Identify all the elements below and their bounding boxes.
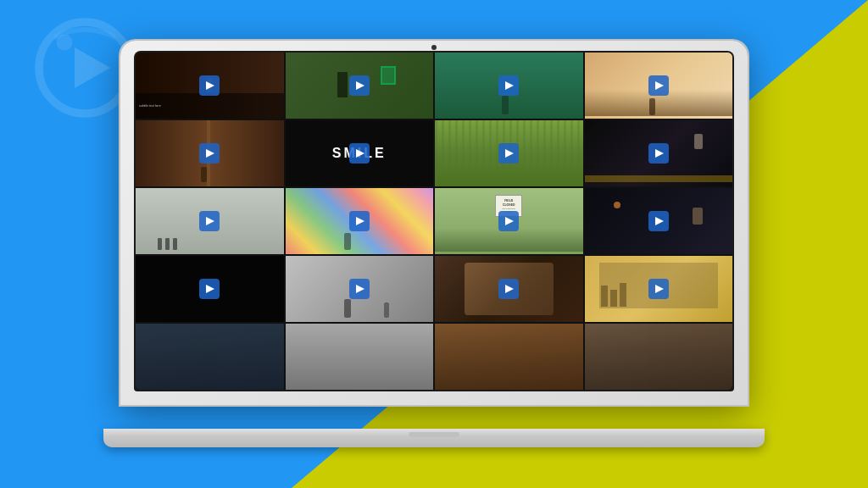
play-button-6[interactable] bbox=[349, 143, 370, 164]
play-button-7[interactable] bbox=[498, 143, 519, 164]
field-sign-text: FIELD bbox=[504, 199, 513, 202]
play-button-9[interactable] bbox=[199, 211, 220, 231]
play-button-13[interactable] bbox=[199, 279, 220, 299]
video-cell-6[interactable]: SMILE bbox=[286, 120, 434, 186]
play-button-4[interactable] bbox=[648, 75, 669, 96]
svg-marker-1 bbox=[75, 47, 110, 88]
video-cell-8[interactable] bbox=[585, 120, 733, 186]
video-cell-11[interactable]: FIELD CLOSED Ball Maintenance In Progres… bbox=[435, 188, 583, 254]
video-cell-15[interactable] bbox=[435, 256, 583, 322]
video-cell-19[interactable] bbox=[435, 324, 583, 390]
video-cell-20[interactable] bbox=[585, 324, 733, 390]
video-cell-14[interactable] bbox=[286, 256, 434, 322]
play-button-2[interactable] bbox=[349, 75, 370, 96]
laptop-body: subtitle text here bbox=[120, 41, 748, 405]
play-button-14[interactable] bbox=[349, 279, 370, 299]
laptop: subtitle text here bbox=[120, 41, 748, 447]
play-button-3[interactable] bbox=[498, 75, 519, 96]
laptop-base bbox=[103, 429, 765, 447]
play-button-5[interactable] bbox=[199, 143, 220, 164]
play-button-11[interactable] bbox=[498, 211, 519, 231]
video-cell-5[interactable] bbox=[136, 120, 284, 186]
play-button-10[interactable] bbox=[349, 211, 370, 231]
video-cell-7[interactable] bbox=[435, 120, 583, 186]
video-cell-13[interactable] bbox=[136, 256, 284, 322]
video-cell-16[interactable] bbox=[585, 256, 733, 322]
video-grid: subtitle text here bbox=[136, 53, 732, 390]
play-button-12[interactable] bbox=[648, 211, 669, 231]
video-cell-17[interactable] bbox=[136, 324, 284, 390]
play-button-8[interactable] bbox=[648, 143, 669, 164]
video-cell-3[interactable] bbox=[435, 53, 583, 119]
cell-1-caption: subtitle text here bbox=[139, 104, 161, 108]
video-cell-1[interactable]: subtitle text here bbox=[136, 53, 284, 119]
video-cell-12[interactable] bbox=[585, 188, 733, 254]
svg-point-2 bbox=[56, 34, 72, 50]
video-cell-9[interactable] bbox=[136, 188, 284, 254]
video-cell-2[interactable] bbox=[286, 53, 434, 119]
play-button-15[interactable] bbox=[498, 279, 519, 299]
camera-dot bbox=[431, 45, 437, 50]
video-cell-18[interactable] bbox=[286, 324, 434, 390]
video-cell-4[interactable] bbox=[585, 53, 733, 119]
play-button-16[interactable] bbox=[648, 279, 669, 299]
play-button-1[interactable] bbox=[199, 75, 220, 96]
screen: subtitle text here bbox=[136, 53, 732, 390]
video-cell-10[interactable] bbox=[286, 188, 434, 254]
screen-bezel: subtitle text here bbox=[134, 51, 734, 391]
